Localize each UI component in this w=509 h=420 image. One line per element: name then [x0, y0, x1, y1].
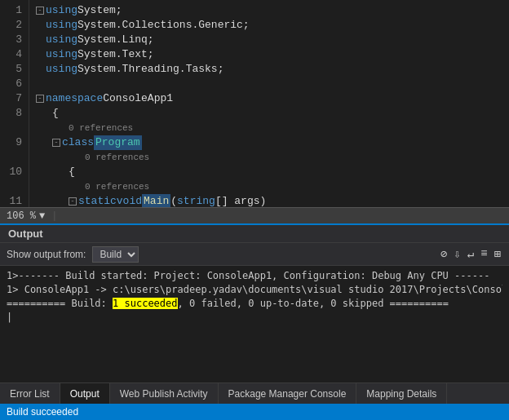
ref-hint-class: 0 references [36, 121, 509, 135]
editor-area: 1 2 3 4 5 6 7 8 9 10 11 12 13 14 15 16 -… [0, 0, 509, 207]
dock-icon[interactable]: ⊞ [493, 245, 502, 263]
code-line-9: -class Program [36, 135, 509, 150]
output-source-select[interactable]: Build [92, 246, 139, 263]
status-text: Build succeeded [7, 406, 78, 418]
code-line-2: using System.Collections.Generic; [36, 18, 509, 33]
highlight-succeeded: 1 succeeded [113, 298, 177, 309]
tab-package-manager[interactable]: Package Manager Console [219, 383, 357, 404]
settings-icon[interactable]: ≡ [479, 245, 489, 263]
tab-error-list[interactable]: Error List [0, 383, 60, 404]
collapse-9[interactable]: - [52, 139, 60, 147]
output-line-1: 1>------- Build started: Project: Consol… [7, 269, 502, 283]
code-line-8: { [36, 106, 509, 121]
output-line-2: 1> ConsoleApp1 -> c:\users\pradeep.yadav… [7, 283, 502, 297]
code-line-4: using System.Text; [36, 47, 509, 62]
tab-mapping-details[interactable]: Mapping Details [356, 383, 447, 404]
ref-hint-method: 0 references [36, 150, 509, 165]
scroll-lock-icon[interactable]: ⇩ [452, 245, 462, 263]
zoom-arrow[interactable]: ▼ [39, 210, 45, 222]
collapse-7[interactable]: - [36, 95, 44, 103]
tab-bar: Error List Output Web Publish Activity P… [0, 382, 509, 404]
wrap-icon[interactable]: ↵ [466, 245, 476, 263]
collapse-11[interactable]: - [69, 197, 77, 206]
code-line-10: { [36, 165, 509, 179]
status-bar: Build succeeded [0, 404, 509, 420]
output-title: Output [0, 225, 509, 243]
show-output-label: Show output from: [7, 249, 86, 260]
code-line-3: using System.Linq; [36, 33, 509, 47]
zoom-level: 106 % [7, 210, 36, 222]
zoom-bar: 106 % ▼ | [0, 207, 509, 223]
code-line-7: -namespace ConsoleApp1 [36, 91, 509, 106]
code-content[interactable]: -using System; using System.Collections.… [29, 0, 509, 207]
ref-hint-main: 0 references [36, 179, 509, 194]
output-panel: Output Show output from: Build ⊘ ⇩ ↵ ≡ ⊞… [0, 223, 509, 382]
output-toolbar: Show output from: Build ⊘ ⇩ ↵ ≡ ⊞ [0, 243, 509, 266]
code-line-1: -using System; [36, 3, 509, 18]
tab-output[interactable]: Output [60, 383, 110, 404]
tab-web-publish[interactable]: Web Publish Activity [110, 383, 219, 404]
code-line-5: using System.Threading.Tasks; [36, 62, 509, 77]
code-line-11: -static void Main(string[] args) [36, 194, 509, 207]
toolbar-icons: ⊘ ⇩ ↵ ≡ ⊞ [439, 245, 502, 263]
code-line-6 [36, 77, 509, 91]
clear-icon[interactable]: ⊘ [439, 245, 449, 263]
cursor-line: | [7, 311, 502, 325]
output-line-3: ========== Build: 1 succeeded, 0 failed,… [7, 297, 502, 311]
line-numbers: 1 2 3 4 5 6 7 8 9 10 11 12 13 14 15 16 [0, 0, 29, 207]
output-content: 1>------- Build started: Project: Consol… [0, 266, 509, 382]
collapse-1[interactable]: - [36, 7, 44, 15]
